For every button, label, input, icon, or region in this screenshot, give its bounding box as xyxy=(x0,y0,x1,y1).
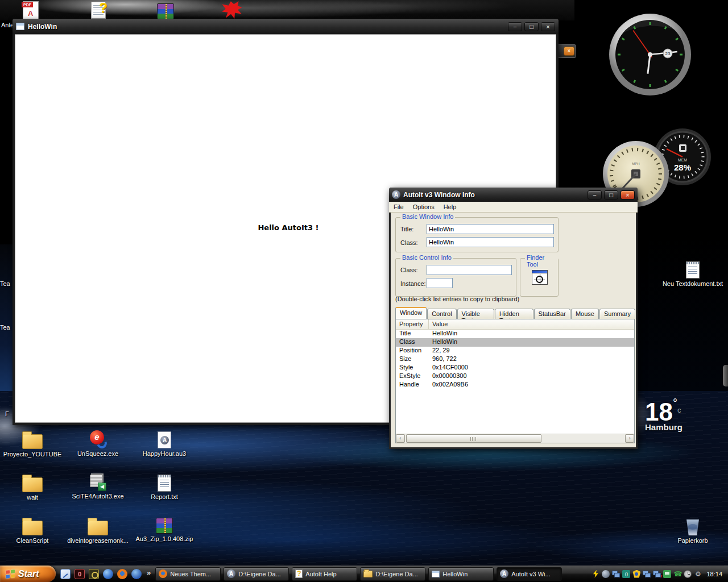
window-title-field[interactable] xyxy=(427,224,554,234)
task-button[interactable]: Neues Them... xyxy=(155,567,221,581)
gears-icon[interactable]: ⚙ xyxy=(694,570,702,578)
close-button[interactable]: × xyxy=(541,22,555,31)
desktop-icon[interactable]: wait xyxy=(1,474,64,501)
desktop-icon[interactable]: Au3_Zip_1.0.408.zip xyxy=(133,516,196,543)
list-row[interactable]: Style 0x14CF0000 xyxy=(396,364,634,372)
code-icon[interactable]: () xyxy=(622,570,630,578)
desktop-icon[interactable]: ◀ SciTE4AutoIt3.exe xyxy=(66,473,130,500)
list-row[interactable]: Position 22, 29 xyxy=(396,347,634,355)
list-row[interactable]: Handle 0x002A09B6 xyxy=(396,381,634,389)
mem-gauge-value: 28% xyxy=(674,163,691,172)
group-legend: Basic Control Info xyxy=(400,254,453,261)
menu-help[interactable]: Help xyxy=(439,202,461,211)
desktop-icon[interactable]: Papierkorb xyxy=(661,517,725,544)
weather-city: Hamburg xyxy=(645,422,719,432)
control-class-label: Class: xyxy=(400,267,418,273)
scite-icon: ◀ xyxy=(89,474,106,491)
desktop-icon[interactable]: Proyecto_YOUTUBE xyxy=(1,431,64,458)
list-row[interactable]: ExStyle 0x00000300 xyxy=(396,372,634,381)
network-icon[interactable] xyxy=(612,570,620,578)
desktop-icon[interactable]: Report.txt xyxy=(133,473,196,501)
hellowin-titlebar[interactable]: HelloWin − □ × xyxy=(13,19,559,34)
sidebar-handle[interactable] xyxy=(723,365,728,386)
tab-control[interactable]: Control xyxy=(427,309,456,319)
tab-summary[interactable]: Summary xyxy=(599,309,635,319)
flash-icon[interactable] xyxy=(592,570,599,578)
tab-window[interactable]: Window xyxy=(395,307,427,319)
control-instance-field[interactable] xyxy=(427,278,453,288)
desktop-icon[interactable]: A HappyHour.au3 xyxy=(133,430,196,458)
list-row[interactable]: Title HelloWin xyxy=(396,330,634,338)
tab-visible-text[interactable]: Visible Text xyxy=(457,309,494,319)
tab-strip: Window Control Visible Text Hidden Text … xyxy=(395,307,636,319)
weather-gadget[interactable]: 18°c Hamburg xyxy=(645,397,719,432)
tab-hidden-text[interactable]: Hidden Text xyxy=(495,309,533,319)
scrollbar-thumb[interactable] xyxy=(406,434,541,443)
task-button[interactable]: HelloWin xyxy=(428,567,494,581)
listview-header[interactable]: Property Value xyxy=(396,319,634,330)
phone-icon[interactable]: ☎ xyxy=(673,570,681,578)
desktop-icon[interactable]: e UnSqueez.exe xyxy=(66,430,130,458)
task-button[interactable]: D:\Eigene Da... xyxy=(360,567,425,581)
globe-icon[interactable] xyxy=(103,569,113,579)
task-button[interactable]: A D:\Eigene Da... xyxy=(224,567,289,581)
basic-window-info-group: Basic Window Info Title: Class: xyxy=(395,217,559,252)
analog-clock-gadget[interactable]: 23 xyxy=(607,10,693,101)
scroll-right-icon[interactable]: › xyxy=(625,434,634,443)
pdf-file-icon[interactable] xyxy=(23,1,39,19)
autoit-titlebar[interactable]: A AutoIt v3 Window Info − □ × xyxy=(389,188,638,202)
thunderbird-icon[interactable] xyxy=(131,569,142,579)
windows-flag-icon xyxy=(6,569,15,579)
rar-archive-icon[interactable] xyxy=(157,2,174,19)
overflow-chevron-icon[interactable]: » xyxy=(147,568,151,577)
menu-file[interactable]: File xyxy=(389,202,408,211)
task-button-active[interactable]: A AutoIt v3 Wi... xyxy=(497,567,562,581)
finder-tool-icon[interactable] xyxy=(532,270,548,285)
network-error-icon[interactable]: × xyxy=(653,570,661,578)
desktop-icon[interactable]: Neu Textdokument.txt xyxy=(661,260,725,288)
minimize-button[interactable]: − xyxy=(508,22,522,31)
list-row[interactable]: Size 960, 722 xyxy=(396,355,634,364)
shield-icon[interactable] xyxy=(632,570,640,578)
tab-statusbar[interactable]: StatusBar xyxy=(534,309,570,319)
compose-icon[interactable] xyxy=(60,569,71,579)
task-button[interactable]: AutoIt Help xyxy=(292,567,357,581)
desktop-icon[interactable]: diveintogreasemonk... xyxy=(66,517,130,544)
scrollbar-track[interactable] xyxy=(405,434,625,443)
minimize-button[interactable]: − xyxy=(588,190,602,199)
class-label: Class: xyxy=(400,239,418,246)
tray-clock-icon[interactable] xyxy=(684,570,692,578)
help-file-icon[interactable] xyxy=(91,2,106,19)
column-property[interactable]: Property xyxy=(396,319,429,329)
horizontal-scrollbar[interactable]: ‹ › xyxy=(396,434,634,443)
menu-options[interactable]: Options xyxy=(408,202,439,211)
desktop-icon-label: Neu Textdokument.txt xyxy=(661,280,725,288)
tab-mouse[interactable]: Mouse xyxy=(571,309,599,319)
firefox-icon[interactable] xyxy=(117,569,127,579)
network-icon[interactable] xyxy=(643,570,651,578)
fragment-close-icon[interactable]: × xyxy=(564,47,574,56)
desktop-icon[interactable]: CleanScript xyxy=(1,517,64,544)
maximize-button[interactable]: □ xyxy=(604,190,618,199)
window-class-field[interactable] xyxy=(427,237,554,247)
red-creature-icon[interactable] xyxy=(222,1,242,19)
red-zero-icon[interactable]: 0 xyxy=(75,569,85,579)
power-icon[interactable] xyxy=(89,569,99,579)
column-value[interactable]: Value xyxy=(429,319,451,329)
title-label: Title: xyxy=(400,226,413,232)
hello-message-text: Hello AutoIt3 ! xyxy=(237,223,340,232)
task-label: AutoIt v3 Wi... xyxy=(511,571,550,577)
scroll-left-icon[interactable]: ‹ xyxy=(396,434,405,443)
property-cell: Class xyxy=(396,338,429,347)
property-cell: Size xyxy=(396,355,429,364)
start-button[interactable]: Start xyxy=(0,566,56,582)
memory-card-icon[interactable] xyxy=(663,570,671,578)
maximize-button[interactable]: □ xyxy=(524,22,539,31)
close-button[interactable]: × xyxy=(621,190,635,199)
desktop: Anle Tea Tea F Proyecto_YOUTUBE e UnSque… xyxy=(0,0,728,582)
taskbar-clock[interactable]: 18:14 xyxy=(706,571,722,577)
desktop-icon-label: Proyecto_YOUTUBE xyxy=(1,451,64,458)
list-row-selected[interactable]: Class HelloWin xyxy=(396,338,634,347)
planet-icon[interactable] xyxy=(602,570,610,578)
control-class-field[interactable] xyxy=(427,265,512,275)
